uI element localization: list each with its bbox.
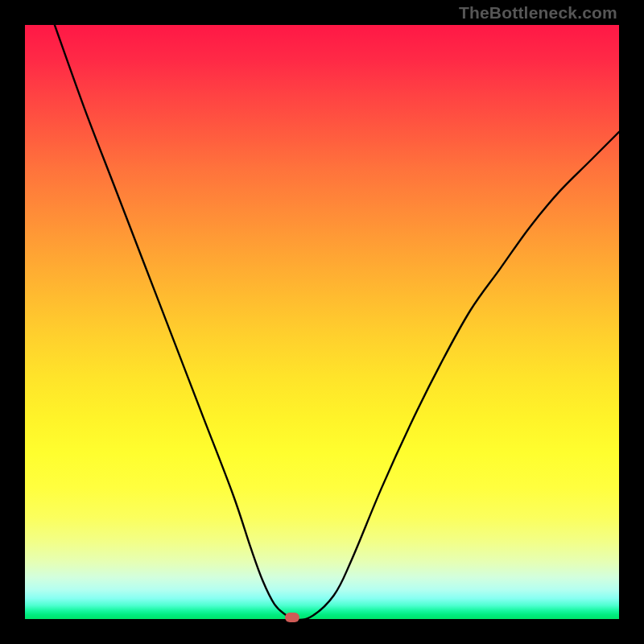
curve-svg <box>25 25 619 619</box>
plot-area <box>25 25 619 619</box>
optimal-point-marker <box>285 613 299 622</box>
chart-frame: TheBottleneck.com <box>0 0 644 644</box>
watermark-text: TheBottleneck.com <box>459 3 617 23</box>
bottleneck-curve-line <box>55 25 619 619</box>
